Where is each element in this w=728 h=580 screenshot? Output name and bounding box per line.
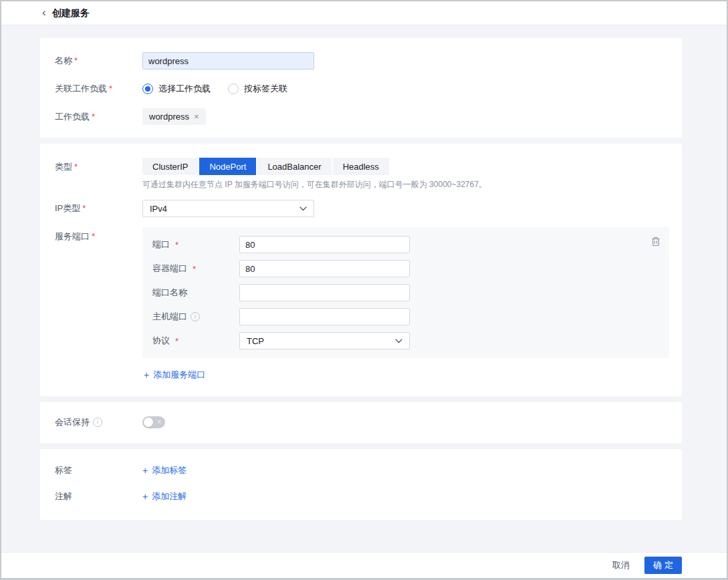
back-icon[interactable]: ‹: [42, 7, 46, 18]
port-input[interactable]: [239, 236, 410, 253]
service-port-card: 端口* 容器端口* 端口名称: [142, 227, 669, 358]
form-scroll-area: 名称* 关联工作负载* 选择工作负载 按标签关联: [1, 25, 727, 552]
port-name-row: 端口名称: [152, 284, 669, 301]
basic-info-panel: 名称* 关联工作负载* 选择工作负载 按标签关联: [40, 38, 682, 138]
ip-type-label: IP类型*: [40, 202, 142, 214]
tab-clusterip[interactable]: ClusterIP: [142, 158, 198, 175]
protocol-select[interactable]: TCP: [239, 332, 410, 349]
name-input[interactable]: [142, 52, 314, 69]
service-ports-label: 服务端口*: [40, 227, 142, 243]
protocol-row: 协议* TCP: [152, 332, 669, 349]
port-row: 端口*: [152, 236, 669, 253]
type-label: 类型*: [40, 158, 142, 173]
delete-port-icon[interactable]: [651, 237, 660, 247]
port-label: 端口*: [152, 239, 239, 251]
required-mark: *: [92, 231, 95, 241]
type-helper-text: 可通过集群内任意节点 IP 加服务端口号访问，可在集群外部访问，端口号一般为 3…: [142, 179, 487, 190]
plus-icon: +: [142, 491, 148, 502]
session-affinity-toggle[interactable]: ×: [142, 416, 165, 428]
type-and-ports-panel: 类型* ClusterIP NodePort LoadBalancer Head…: [40, 144, 682, 396]
ip-type-row: IP类型* IPv4: [40, 200, 682, 217]
required-mark: *: [193, 264, 196, 274]
service-ports-row: 服务端口* 端口* 容器端口*: [40, 227, 682, 358]
info-icon[interactable]: i: [93, 418, 102, 427]
protocol-label: 协议*: [152, 335, 239, 347]
type-row: 类型* ClusterIP NodePort LoadBalancer Head…: [40, 158, 682, 190]
required-mark: *: [175, 240, 178, 250]
container-port-row: 容器端口*: [152, 260, 669, 277]
info-icon[interactable]: i: [191, 312, 200, 321]
required-mark: *: [82, 203, 86, 213]
required-mark: *: [74, 162, 78, 172]
labels-annotations-panel: 标签 + 添加标签 注解 + 添加注解: [40, 449, 682, 520]
chevron-down-icon: [395, 339, 402, 343]
workload-association-radio-group: 选择工作负载 按标签关联: [142, 83, 287, 95]
session-affinity-label: 会话保持 i: [40, 416, 142, 428]
add-service-port-link[interactable]: + 添加服务端口: [144, 369, 205, 381]
type-tabs-wrap: ClusterIP NodePort LoadBalancer Headless…: [142, 158, 487, 190]
type-tabs: ClusterIP NodePort LoadBalancer Headless: [142, 158, 487, 175]
container-port-label: 容器端口*: [152, 263, 239, 275]
create-service-window: ‹ 创建服务 名称* 关联工作负载* 选择工作负载: [0, 0, 728, 580]
footer-action-bar: 取消 确定: [1, 552, 727, 578]
tab-loadbalancer[interactable]: LoadBalancer: [257, 158, 331, 175]
radio-associate-by-label[interactable]: 按标签关联: [228, 83, 287, 95]
host-port-input[interactable]: [239, 308, 410, 325]
annotations-label: 注解: [40, 490, 142, 502]
container-port-input[interactable]: [239, 260, 410, 277]
name-label: 名称*: [40, 55, 142, 67]
workload-row: 工作负载* wordpress ×: [40, 108, 682, 125]
plus-icon: +: [144, 370, 149, 380]
session-affinity-row: 会话保持 i ×: [40, 416, 682, 428]
required-mark: *: [74, 55, 78, 65]
page-title: 创建服务: [52, 7, 90, 19]
session-affinity-panel: 会话保持 i ×: [40, 402, 682, 443]
annotations-row: 注解 + 添加注解: [40, 490, 682, 502]
name-row: 名称*: [40, 52, 682, 69]
ip-type-select[interactable]: IPv4: [142, 200, 314, 217]
radio-select-workload[interactable]: 选择工作负载: [142, 83, 211, 95]
cancel-button[interactable]: 取消: [612, 559, 630, 571]
toggle-off-icon: ×: [157, 419, 161, 426]
page-header: ‹ 创建服务: [1, 1, 727, 25]
required-mark: *: [92, 112, 95, 122]
workload-association-row: 关联工作负载* 选择工作负载 按标签关联: [40, 83, 682, 95]
remove-tag-icon[interactable]: ×: [194, 112, 199, 121]
add-label-link[interactable]: + 添加标签: [142, 464, 187, 476]
labels-label: 标签: [40, 464, 142, 476]
radio-icon: [228, 84, 239, 94]
required-mark: *: [109, 84, 112, 94]
host-port-label: 主机端口 i: [152, 311, 239, 323]
plus-icon: +: [142, 465, 148, 476]
labels-row: 标签 + 添加标签: [40, 464, 682, 476]
workload-association-label: 关联工作负载*: [40, 83, 142, 95]
add-annotation-link[interactable]: + 添加注解: [142, 490, 187, 502]
port-name-input[interactable]: [239, 284, 410, 301]
port-name-label: 端口名称: [152, 287, 239, 299]
required-mark: *: [175, 336, 178, 346]
confirm-button[interactable]: 确定: [644, 557, 682, 574]
chevron-down-icon: [299, 206, 307, 211]
workload-tag: wordpress ×: [142, 108, 206, 125]
toggle-knob: [144, 418, 153, 427]
tab-nodeport[interactable]: NodePort: [199, 158, 256, 175]
tab-headless[interactable]: Headless: [333, 158, 389, 175]
host-port-row: 主机端口 i: [152, 308, 669, 325]
radio-icon: [142, 84, 153, 94]
workload-label: 工作负载*: [40, 111, 142, 123]
